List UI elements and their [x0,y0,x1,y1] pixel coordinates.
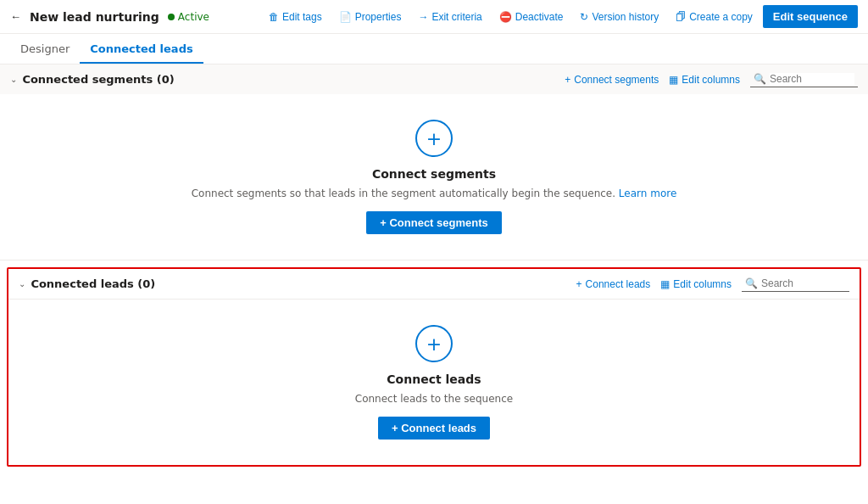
connect-leads-plus-icon: + [576,278,582,290]
active-label: Active [178,11,209,23]
edit-tags-button[interactable]: 🗑 Edit tags [262,8,329,26]
segments-search-icon: 🔍 [754,73,766,85]
segments-empty-desc-text: Connect segments so that leads in the se… [192,188,619,199]
tab-connected-leads[interactable]: Connected leads [80,36,203,64]
leads-header-right: + Connect leads ▦ Edit columns 🔍 [576,276,849,292]
segments-empty-desc: Connect segments so that leads in the se… [192,188,677,199]
active-status: Active [168,11,209,23]
copy-icon: 🗍 [676,11,686,23]
deactivate-icon: ⛔ [499,11,512,23]
back-arrow-icon: ← [10,10,21,23]
connect-segments-plus-icon: + [565,74,570,86]
version-history-button[interactable]: ↻ Version history [573,8,665,26]
connect-leads-header-label: Connect leads [586,278,651,290]
tag-icon: 🗑 [269,11,279,23]
leads-search-box: 🔍 [742,276,849,292]
segments-header-left: ⌄ Connected segments (0) [10,73,175,86]
version-history-label: Version history [592,11,659,23]
page-title: New lead nurturing [30,10,159,24]
history-icon: ↻ [580,11,588,23]
leads-empty-title: Connect leads [387,372,481,386]
segments-plus-circle-icon: + [415,120,453,157]
exit-criteria-button[interactable]: → Exit criteria [411,8,488,26]
edit-columns-segments-label: Edit columns [682,74,740,86]
segments-section-title: Connected segments (0) [22,73,174,86]
edit-columns-segments-icon: ▦ [669,74,678,86]
back-button[interactable]: ← [10,10,21,23]
exit-criteria-label: Exit criteria [431,11,481,23]
leads-search-icon: 🔍 [745,277,758,289]
edit-columns-leads-icon: ▦ [660,278,670,290]
tab-connected-leads-label: Connected leads [90,42,192,55]
tab-designer[interactable]: Designer [10,36,80,64]
properties-label: Properties [355,11,402,23]
edit-columns-leads-button[interactable]: ▦ Edit columns [660,278,732,290]
leads-plus-circle-icon: + [415,325,453,362]
properties-button[interactable]: 📄 Properties [332,8,409,26]
connect-segments-header-label: Connect segments [574,74,659,86]
connect-leads-main-button[interactable]: + Connect leads [378,417,490,440]
tabs-bar: Designer Connected leads [0,34,868,64]
edit-sequence-button[interactable]: Edit sequence [763,5,858,28]
edit-columns-segments-button[interactable]: ▦ Edit columns [669,74,740,86]
edit-columns-leads-label: Edit columns [673,278,732,290]
segments-empty-title: Connect segments [372,167,496,181]
connect-segments-btn-label: + Connect segments [380,216,488,229]
top-bar-actions: 🗑 Edit tags 📄 Properties → Exit criteria… [262,5,858,28]
deactivate-label: Deactivate [515,11,564,23]
properties-icon: 📄 [339,11,352,23]
connect-segments-main-button[interactable]: + Connect segments [366,211,502,234]
segments-search-input[interactable] [770,73,854,85]
connect-leads-btn-label: + Connect leads [392,422,476,434]
leads-section-title: Connected leads (0) [31,277,155,290]
leads-search-input[interactable] [761,277,846,289]
create-copy-label: Create a copy [689,11,753,23]
connect-leads-header-button[interactable]: + Connect leads [576,278,651,290]
edit-tags-label: Edit tags [282,11,322,23]
segments-header-right: + Connect segments ▦ Edit columns 🔍 [565,71,858,87]
leads-empty-desc-text: Connect leads to the sequence [355,393,513,405]
leads-section-header: ⌄ Connected leads (0) + Connect leads ▦ … [8,269,860,300]
exit-criteria-icon: → [418,11,428,23]
segments-search-box: 🔍 [750,71,858,87]
edit-sequence-label: Edit sequence [773,10,848,23]
deactivate-button[interactable]: ⛔ Deactivate [492,8,570,26]
connect-segments-header-button[interactable]: + Connect segments [565,74,659,86]
top-bar: ← New lead nurturing Active 🗑 Edit tags … [0,0,868,34]
top-bar-left: ← New lead nurturing Active [10,10,209,24]
segments-section-header: ⌄ Connected segments (0) + Connect segme… [0,64,868,94]
segments-section: ⌄ Connected segments (0) + Connect segme… [0,64,868,260]
leads-header-left: ⌄ Connected leads (0) [19,277,155,290]
tab-designer-label: Designer [20,42,70,55]
segments-empty-state: + Connect segments Connect segments so t… [0,94,868,260]
active-dot-icon [168,14,175,20]
leads-section: ⌄ Connected leads (0) + Connect leads ▦ … [7,267,861,467]
learn-more-link[interactable]: Learn more [619,188,676,199]
leads-chevron-icon[interactable]: ⌄ [19,279,25,288]
leads-empty-state: + Connect leads Connect leads to the seq… [8,300,860,465]
segments-chevron-icon[interactable]: ⌄ [10,75,17,84]
create-copy-button[interactable]: 🗍 Create a copy [669,8,760,26]
leads-empty-desc: Connect leads to the sequence [355,393,513,405]
